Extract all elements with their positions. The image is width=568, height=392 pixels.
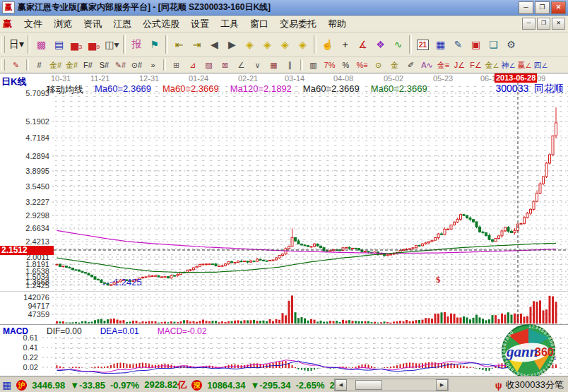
gann-gold-grid-icon[interactable]: 金#	[47, 59, 64, 71]
wave-tool-icon[interactable]: ∿	[389, 36, 407, 53]
gann-box-icon[interactable]: ▨	[201, 59, 217, 71]
percent7-icon[interactable]: 7%	[321, 59, 338, 71]
colored-flag-chart-icon[interactable]: ⚑	[146, 36, 163, 53]
status-scrollbar[interactable]: ◀ ▶	[334, 379, 449, 391]
date-axis-label: 05-02	[384, 74, 403, 83]
child-restore-button[interactable]: ❐	[537, 18, 550, 30]
child-minimize-button[interactable]: ─	[522, 18, 536, 30]
percent-icon[interactable]: %	[338, 59, 354, 71]
trade-delivery-icon[interactable]: ⚙	[502, 36, 520, 53]
si-angle-icon[interactable]: 四∠	[533, 59, 549, 71]
calculator-icon[interactable]: ▦	[432, 36, 449, 53]
chart-area[interactable]: 日K线 移动均线 Ma60=2.3669Ma60=2.3669Ma120=2.1…	[0, 73, 568, 376]
spiral-grid-icon: S#	[100, 61, 109, 69]
stock-name: 同花顺	[534, 83, 564, 94]
shen-angle-icon[interactable]: 神∠	[500, 59, 516, 71]
chart9-icon[interactable]: ▅₉	[85, 36, 103, 53]
measure-pen-icon[interactable]: ✐	[403, 59, 419, 71]
fib-grid-icon[interactable]: F#	[80, 59, 96, 71]
gann-shape-icon[interactable]: ❖	[372, 36, 389, 53]
menu-items: 文件浏览资讯江恩公式选股设置工具窗口交易委托帮助	[18, 16, 352, 32]
box-tool-icon[interactable]: ⊞	[168, 59, 184, 71]
bao-report-icon[interactable]: 报	[128, 36, 146, 53]
gold-angle2-icon[interactable]: 金∠	[484, 59, 500, 71]
menu-item-5[interactable]: 设置	[185, 16, 215, 32]
gold-angle-icon[interactable]: 金≡	[435, 59, 451, 71]
feed-label: 收300033分笔	[506, 379, 564, 391]
dividend-marker-icon: $	[436, 274, 441, 285]
gann-box2-icon[interactable]: ⊠	[217, 59, 233, 71]
menu-item-7[interactable]: 窗口	[244, 16, 274, 32]
percent-lines-icon[interactable]: %≡	[354, 59, 370, 71]
save-icon[interactable]: ▣	[467, 36, 485, 53]
diamond-expand-icon[interactable]: ◈	[276, 36, 294, 53]
calendar-icon[interactable]: 21	[414, 36, 432, 53]
win-angle-icon[interactable]: 赢∠	[516, 59, 533, 71]
diamond-full-icon[interactable]: ◈	[294, 36, 312, 53]
more-tools-chevron[interactable]: »	[145, 59, 161, 71]
fan-lines-icon: ⊿	[189, 61, 196, 70]
price-ruler-icon[interactable]: ▥	[305, 59, 321, 71]
drag-hand-icon[interactable]: ☝	[319, 36, 336, 53]
prev-page-icon[interactable]: ◀	[206, 36, 223, 53]
gold-circle-icon[interactable]: ⊙	[370, 59, 386, 71]
menu-item-0[interactable]: 文件	[18, 16, 48, 32]
logo-gann-text: gann	[506, 343, 538, 360]
candle-style-dropdown: ◫▾	[105, 39, 119, 50]
wave-a-icon[interactable]: A∿	[419, 59, 435, 71]
child-close-button[interactable]: ✕	[552, 18, 565, 30]
square-grid-icon[interactable]: ▦	[266, 59, 282, 71]
export-icon[interactable]: ❏	[485, 36, 502, 53]
pen-grid-icon[interactable]: ✎#	[112, 59, 129, 71]
fan-lines-icon[interactable]: ⊿	[184, 59, 201, 71]
gann-grid-icon[interactable]: #	[31, 59, 47, 71]
toolbar-separator	[165, 35, 168, 54]
restore-button[interactable]: ❐	[535, 1, 550, 14]
si-angle-icon: 四∠	[533, 60, 548, 71]
market-overview-icon[interactable]: ▩	[32, 36, 50, 53]
scrollbar-thumb[interactable]	[355, 380, 382, 390]
scroll-left-arrow-icon[interactable]: ◀	[335, 379, 347, 391]
date-axis-label: 05-23	[433, 74, 453, 83]
sh-index-amount: 2928.82亿	[144, 379, 187, 391]
chart3-icon[interactable]: ▅₃	[68, 36, 85, 53]
clock-grid-icon[interactable]: ⊙#	[129, 59, 145, 71]
diamond-right-icon[interactable]: ◈	[259, 36, 276, 53]
menu-item-3[interactable]: 江恩	[107, 16, 137, 32]
child-window-buttons: ─ ❐ ✕	[521, 18, 565, 30]
f10-info-icon[interactable]: ▤	[50, 36, 68, 53]
notes-icon[interactable]: ✎	[449, 36, 467, 53]
next-page-icon[interactable]: ▶	[223, 36, 241, 53]
last-page-icon[interactable]: ⇥	[188, 36, 206, 53]
f-angle-icon[interactable]: F∠	[468, 59, 484, 71]
angle-fan-icon[interactable]: ∠	[233, 59, 249, 71]
notes-icon: ✎	[454, 39, 463, 50]
parallel-lines-icon[interactable]: ∥	[282, 59, 298, 71]
quote-grid-icon[interactable]: ▦	[2, 379, 11, 391]
menu-item-2[interactable]: 资讯	[78, 16, 107, 32]
price-axis-label: 5.1902	[0, 117, 49, 126]
gann-gold-grid2-icon[interactable]: 金#	[64, 59, 80, 71]
toolbar-grip[interactable]	[1, 59, 5, 70]
zigzag-icon[interactable]: ∨	[249, 59, 266, 71]
menu-item-4[interactable]: 公式选股	[137, 16, 185, 32]
menu-item-6[interactable]: 工具	[215, 16, 244, 32]
menu-item-1[interactable]: 浏览	[48, 16, 78, 32]
menu-item-8[interactable]: 交易委托	[274, 16, 322, 32]
diamond-left-icon[interactable]: ◈	[241, 36, 259, 53]
gold-lines-icon[interactable]: 金	[386, 59, 403, 71]
scroll-right-arrow-icon[interactable]: ▶	[436, 379, 448, 391]
j-angle-icon[interactable]: J∠	[451, 59, 468, 71]
close-button[interactable]: ✕	[551, 1, 566, 14]
first-page-icon[interactable]: ⇤	[170, 36, 188, 53]
crosshair-icon[interactable]: +	[336, 36, 354, 53]
kline-period-dropdown[interactable]: 日▾	[8, 36, 25, 53]
spiral-grid-icon[interactable]: S#	[96, 59, 112, 71]
toolbar-grip[interactable]	[1, 36, 5, 53]
angle-measure-icon[interactable]: ∡	[354, 36, 372, 53]
toolbar-gann-tools: ✎#金#金#F#S#✎#⊙#»⊞⊿▨⊠∠∨▦∥▥7%%%≡⊙金✐A∿金≡J∠F∠…	[0, 57, 568, 73]
minimize-button[interactable]: ─	[519, 1, 533, 14]
brush-icon[interactable]: ✎	[8, 59, 24, 71]
menu-item-9[interactable]: 帮助	[322, 16, 352, 32]
candle-style-dropdown[interactable]: ◫▾	[103, 36, 121, 53]
